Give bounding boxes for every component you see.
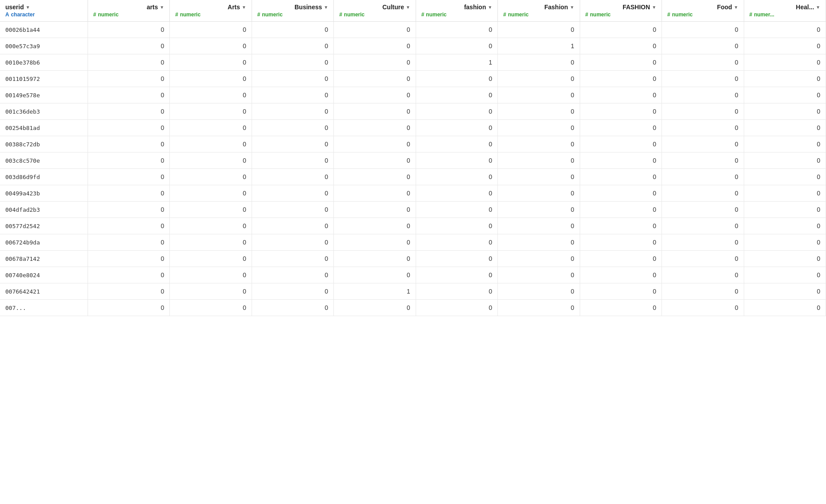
header-row: userid ▼ A character arts ▼ # nu [0,0,826,22]
cell-FASHION-2: 0 [580,54,662,71]
cell-Food-4: 0 [662,87,744,103]
cell-fashion-2: 1 [416,54,497,71]
cell-arts-12: 0 [88,218,169,234]
type-icon-Fashion: # [503,11,506,18]
col-header-Business[interactable]: Business ▼ # numeric [252,0,333,22]
cell-Culture-6: 0 [334,120,416,136]
cell-arts-9: 0 [88,169,169,185]
cell-Arts-5: 0 [170,103,252,120]
table-row: 004dfad2b3000000000 [0,202,826,218]
sort-icon-Culture: ▼ [406,5,410,10]
cell-Fashion-13: 0 [498,234,580,251]
cell-Business-14: 0 [252,251,333,267]
cell-FASHION-13: 0 [580,234,662,251]
cell-Business-15: 0 [252,267,333,283]
cell-Health-10: 0 [744,185,826,202]
cell-Fashion-6: 0 [498,120,580,136]
cell-arts-7: 0 [88,136,169,153]
cell-Fashion-14: 0 [498,251,580,267]
cell-Arts-0: 0 [170,22,252,38]
cell-userid-7: 00388c72db [0,136,88,153]
cell-Arts-9: 0 [170,169,252,185]
cell-Arts-8: 0 [170,153,252,169]
cell-fashion-16: 0 [416,283,497,300]
sort-icon-Food: ▼ [734,5,738,10]
cell-Fashion-16: 0 [498,283,580,300]
cell-Culture-5: 0 [334,103,416,120]
cell-Health-11: 0 [744,202,826,218]
cell-fashion-1: 0 [416,38,497,54]
cell-userid-0: 00026b1a44 [0,22,88,38]
cell-Food-12: 0 [662,218,744,234]
cell-Health-2: 0 [744,54,826,71]
type-label-FASHION: numeric [590,11,611,18]
cell-FASHION-8: 0 [580,153,662,169]
col-label-Food: Food [717,4,732,11]
cell-Health-5: 0 [744,103,826,120]
type-icon-Culture: # [339,11,342,18]
cell-Fashion-15: 0 [498,267,580,283]
type-label-fashion: numeric [426,11,447,18]
col-header-Culture[interactable]: Culture ▼ # numeric [334,0,416,22]
col-header-userid[interactable]: userid ▼ A character [0,0,88,22]
sort-icon-Fashion: ▼ [570,5,574,10]
cell-Food-3: 0 [662,71,744,87]
sort-icon-Arts: ▼ [242,5,246,10]
col-header-Fashion[interactable]: Fashion ▼ # numeric [498,0,580,22]
sort-icon-arts: ▼ [160,5,164,10]
col-label-Health: Heal... [796,4,814,11]
col-header-Arts[interactable]: Arts ▼ # numeric [170,0,252,22]
cell-Business-1: 0 [252,38,333,54]
sort-icon-fashion: ▼ [488,5,492,10]
col-label-Arts: Arts [228,4,240,11]
cell-userid-8: 003c8c570e [0,153,88,169]
cell-Food-17: 0 [662,300,744,316]
cell-fashion-11: 0 [416,202,497,218]
col-label-userid: userid [5,4,24,11]
cell-Food-9: 0 [662,169,744,185]
cell-userid-1: 000e57c3a9 [0,38,88,54]
cell-fashion-15: 0 [416,267,497,283]
cell-Culture-13: 0 [334,234,416,251]
cell-userid-9: 003d86d9fd [0,169,88,185]
cell-arts-1: 0 [88,38,169,54]
table-row: 000e57c3a9000001000 [0,38,826,54]
table-row: 00678a7142000000000 [0,251,826,267]
table-row: 00388c72db000000000 [0,136,826,153]
cell-userid-14: 00678a7142 [0,251,88,267]
col-header-arts[interactable]: arts ▼ # numeric [88,0,169,22]
cell-Fashion-0: 0 [498,22,580,38]
cell-Culture-0: 0 [334,22,416,38]
col-header-Health[interactable]: Heal... ▼ # numer... [744,0,826,22]
cell-Business-10: 0 [252,185,333,202]
cell-fashion-12: 0 [416,218,497,234]
cell-FASHION-5: 0 [580,103,662,120]
cell-Food-0: 0 [662,22,744,38]
cell-Food-1: 0 [662,38,744,54]
type-label-Fashion: numeric [508,11,529,18]
col-header-FASHION[interactable]: FASHION ▼ # numeric [580,0,662,22]
cell-fashion-5: 0 [416,103,497,120]
cell-userid-5: 001c36deb3 [0,103,88,120]
cell-Culture-10: 0 [334,185,416,202]
cell-Fashion-8: 0 [498,153,580,169]
type-icon-Health: # [750,11,753,18]
cell-Health-12: 0 [744,218,826,234]
cell-Culture-3: 0 [334,71,416,87]
type-icon-Food: # [667,11,670,18]
type-label-Arts: numeric [180,11,201,18]
cell-Business-12: 0 [252,218,333,234]
cell-fashion-13: 0 [416,234,497,251]
cell-userid-10: 00499a423b [0,185,88,202]
type-icon-fashion: # [421,11,424,18]
col-header-fashion[interactable]: fashion ▼ # numeric [416,0,497,22]
type-icon-arts: # [93,11,96,18]
cell-FASHION-4: 0 [580,87,662,103]
cell-arts-14: 0 [88,251,169,267]
cell-arts-15: 0 [88,267,169,283]
cell-Culture-15: 0 [334,267,416,283]
cell-Arts-3: 0 [170,71,252,87]
col-header-Food[interactable]: Food ▼ # numeric [662,0,744,22]
type-label-Food: numeric [672,11,693,18]
cell-Health-16: 0 [744,283,826,300]
